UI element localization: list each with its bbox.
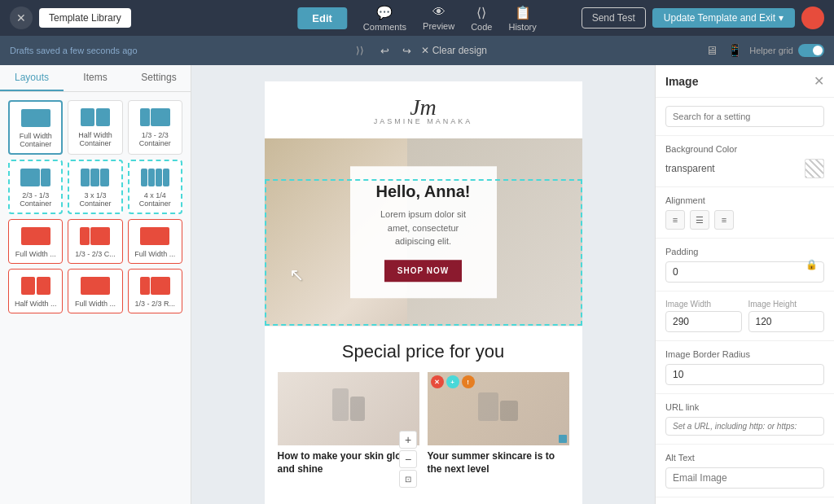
email-logo-sub: JASMINE MANAKA (278, 117, 569, 125)
right-panel: Image ✕ Background Color transparent Ali… (655, 65, 834, 504)
alt-text-input[interactable] (665, 467, 824, 489)
email-canvas: Jm JASMINE MANAKA ↖ Hello, Anna! Lorem i… (265, 81, 582, 504)
close-button[interactable]: ✕ (10, 7, 33, 29)
zoom-reset-button[interactable]: ⊡ (399, 470, 417, 488)
svg-rect-0 (332, 388, 349, 421)
clear-design-button[interactable]: ✕ Clear design (421, 45, 487, 56)
code-icon: ⟨⟩ (476, 5, 486, 20)
zoom-in-button[interactable]: + (399, 431, 417, 449)
top-bar-right: Send Test Update Template and Exit ▾ (582, 7, 824, 29)
resize-handle[interactable] (559, 435, 567, 443)
selection-indicators: ✕ + ! (431, 375, 475, 388)
align-center-button[interactable]: ☰ (690, 210, 709, 230)
alt-text-section: Alt Text (656, 445, 834, 497)
product-card-2[interactable]: ✕ + ! Your summer skincare is to the nex… (428, 372, 569, 476)
avatar[interactable] (801, 7, 824, 29)
panel-close-button[interactable]: ✕ (814, 73, 824, 89)
layout-half-width[interactable]: Half Width Container (68, 100, 122, 155)
zoom-out-button[interactable]: − (399, 450, 417, 468)
svg-rect-3 (500, 401, 518, 421)
layout-third-two-thirds-2[interactable]: 1/3 - 2/3 C... (68, 219, 122, 264)
padding-row: Padding 🔒 (665, 247, 824, 283)
preview-icon: 👁 (432, 5, 446, 20)
hero-shop-button[interactable]: SHOP NOW (384, 260, 462, 282)
bg-color-label: Background Color (665, 144, 824, 154)
cursor-icon: ↖ (289, 265, 304, 286)
url-section: URL link (656, 394, 834, 445)
padding-input[interactable] (665, 261, 824, 283)
alignment-section: Alignment ≡ ☰ ≡ (656, 187, 834, 239)
layout-grid: Full Width Container Half Width Containe… (0, 92, 191, 322)
canvas-area: Jm JASMINE MANAKA ↖ Hello, Anna! Lorem i… (191, 65, 655, 504)
redo-button[interactable]: ↪ (399, 43, 415, 59)
layout-two-thirds-third[interactable]: 2/3 - 1/3 Container (8, 160, 63, 214)
alignment-label: Alignment (665, 195, 824, 205)
layout-third-two-thirds[interactable]: 1/3 - 2/3 Container (128, 100, 182, 155)
product-card-1[interactable]: How to make your skin glow and shine (278, 372, 419, 476)
border-radius-input[interactable] (665, 364, 824, 385)
tab-layouts[interactable]: Layouts (0, 65, 64, 91)
sidebar-tabs: Layouts Items Settings (0, 65, 191, 92)
tab-items[interactable]: Items (64, 65, 127, 91)
device-toggle: 🖥 📱 (705, 43, 743, 58)
template-library-button[interactable]: Template Library (39, 8, 131, 28)
teal-indicator: + (446, 375, 459, 388)
transparent-pattern[interactable] (805, 159, 824, 178)
draft-status: Drafts saved a few seconds ago (10, 46, 138, 55)
layout-three-thirds[interactable]: 3 x 1/3 Container (68, 160, 122, 214)
image-width-input[interactable] (665, 311, 742, 332)
mobile-icon[interactable]: 📱 (727, 43, 743, 58)
layout-full-width[interactable]: Full Width Container (8, 100, 63, 155)
code-nav[interactable]: ⟨⟩ Code (471, 5, 492, 32)
image-height-group: Image Height (748, 300, 825, 332)
helper-grid-toggle: Helper grid (749, 44, 824, 57)
border-radius-section: Image Border Radius (656, 341, 834, 394)
bg-color-row: transparent (665, 159, 824, 178)
email-hero[interactable]: ↖ Hello, Anna! Lorem ipsum dolor sit ame… (265, 138, 582, 326)
hero-content-box: Hello, Anna! Lorem ipsum dolor sit amet,… (350, 166, 497, 298)
top-bar-left: ✕ Template Library (10, 7, 131, 29)
product-grid: How to make your skin glow and shine ✕ +… (265, 372, 582, 489)
bg-color-value: transparent (665, 163, 798, 174)
zoom-controls: + − ⊡ (399, 431, 417, 488)
layout-full-width-4[interactable]: Full Width ... (68, 269, 122, 313)
padding-section: Padding 🔒 (656, 239, 834, 291)
align-right-button[interactable]: ≡ (714, 210, 734, 230)
align-left-button[interactable]: ≡ (665, 210, 685, 230)
lock-icon[interactable]: 🔒 (805, 259, 818, 270)
history-icon: 📋 (515, 5, 531, 20)
layout-full-width-2[interactable]: Full Width ... (8, 219, 63, 264)
undo-button[interactable]: ↩ (377, 43, 393, 59)
url-label: URL link (665, 402, 824, 412)
image-width-label: Image Width (665, 300, 742, 309)
update-template-button[interactable]: Update Template and Exit ▾ (652, 8, 795, 28)
image-height-label: Image Height (748, 300, 825, 309)
tab-settings[interactable]: Settings (127, 65, 191, 91)
hero-title: Hello, Anna! (370, 182, 477, 201)
edit-tab[interactable]: Edit (297, 7, 347, 29)
image-height-input[interactable] (748, 311, 825, 332)
layout-four-fourths[interactable]: 4 x 1/4 Container (128, 160, 182, 214)
send-test-button[interactable]: Send Test (582, 7, 646, 28)
hero-body: Lorem ipsum dolor sit amet, consectetur … (370, 208, 477, 248)
border-radius-label: Image Border Radius (665, 349, 824, 359)
layout-half-width-2[interactable]: Half Width ... (8, 269, 63, 313)
url-input[interactable] (665, 417, 824, 436)
dimensions-section: Image Width Image Height (656, 291, 834, 341)
helper-grid-switch[interactable] (798, 44, 824, 57)
expand-icon[interactable]: ⟩⟩ (356, 45, 364, 56)
chevron-down-icon: ▾ (779, 12, 784, 24)
dimensions-row: Image Width Image Height (665, 300, 824, 332)
desktop-icon[interactable]: 🖥 (705, 43, 718, 58)
preview-nav[interactable]: 👁 Preview (423, 5, 454, 31)
image-width-group: Image Width (665, 300, 742, 332)
panel-title: Image (665, 75, 698, 88)
layout-full-width-3[interactable]: Full Width ... (128, 219, 182, 264)
left-sidebar: Layouts Items Settings Full Width Contai… (0, 65, 191, 504)
layout-third-two-thirds-3[interactable]: 1/3 - 2/3 R... (128, 269, 182, 313)
top-bar-center: Edit 💬 Comments 👁 Preview ⟨⟩ Code 📋 Hist… (297, 5, 536, 32)
product-image-1 (278, 372, 419, 445)
comments-nav[interactable]: 💬 Comments (363, 5, 406, 32)
history-nav[interactable]: 📋 History (508, 5, 536, 32)
settings-search-input[interactable] (665, 106, 824, 127)
